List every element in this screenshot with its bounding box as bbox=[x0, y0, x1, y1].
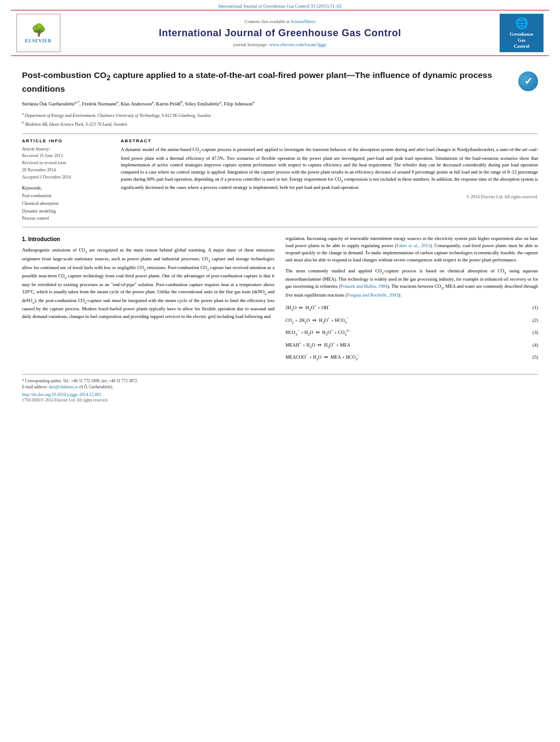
article-title-section: Post-combustion CO2 capture applied to a… bbox=[22, 69, 538, 95]
intro-left-text: Anthropogenic emissions of CO2 are recog… bbox=[22, 247, 275, 320]
intro-right-p1: regulation. Increasing capacity of renew… bbox=[285, 235, 538, 264]
eq-3-content: HCO3− + H2O ⇔ H3O+ + CO32− bbox=[285, 328, 522, 337]
footnote-section: * Corresponding author. Tel.: +46 31 772… bbox=[22, 374, 538, 403]
article-body: Post-combustion CO2 capture applied to a… bbox=[0, 56, 560, 408]
article-title: Post-combustion CO2 capture applied to a… bbox=[22, 69, 513, 95]
homepage-line: journal homepage: www.elsevier.com/locat… bbox=[66, 42, 494, 47]
article-info-heading: ARTICLE INFO bbox=[22, 138, 110, 143]
greenhouse-badge: 🌐 GreenhouseGasControl bbox=[500, 14, 544, 52]
intro-right-p2: The most commonly studied and applied CO… bbox=[285, 267, 538, 299]
keywords-list: Post-combustion Chemical absorption Dyna… bbox=[22, 192, 110, 222]
equation-row-4: MEAH+ + H2O ⇔ H3O+ + MEA (4) bbox=[285, 341, 538, 350]
equation-row-1: 2H2O ⇔ H3O+ + OH− (1) bbox=[285, 303, 538, 313]
copyright-line: © 2014 Elsevier Ltd. All rights reserved… bbox=[121, 194, 538, 199]
eq-2-content: CO2 + 2H2O ⇔ H3O+ + HCO3− bbox=[285, 316, 522, 325]
journal-header: 🌳 ELSEVIER Contents lists available at S… bbox=[11, 10, 549, 56]
intro-title: 1. Introduction bbox=[22, 235, 275, 244]
crossmark-badge: ✓ bbox=[518, 71, 538, 91]
footnote-email: E-mail address: skst@chalmers.se (S.Ó. G… bbox=[22, 384, 538, 390]
doi-link[interactable]: http://dx.doi.org/10.1016/j.ijggc.2014.1… bbox=[22, 392, 102, 397]
badge-title: GreenhouseGasControl bbox=[509, 31, 533, 49]
received-date: Received 16 June 2013 Received in revise… bbox=[22, 153, 110, 181]
keywords-section: Keywords: Post-combustion Chemical absor… bbox=[22, 185, 110, 222]
sciencedirect-link[interactable]: ScienceDirect bbox=[291, 19, 316, 24]
main-content: 1. Introduction Anthropogenic emissions … bbox=[22, 235, 538, 365]
article-info: ARTICLE INFO Article history: Received 1… bbox=[22, 138, 110, 222]
journal-citation: International Journal of Greenhouse Gas … bbox=[0, 0, 560, 10]
col-right: regulation. Increasing capacity of renew… bbox=[285, 235, 538, 365]
email-link[interactable]: skst@chalmers.se bbox=[49, 384, 79, 389]
elsevier-text: ELSEVIER bbox=[25, 38, 52, 43]
journal-homepage-link[interactable]: www.elsevier.com/locate/ijggc bbox=[269, 42, 327, 47]
history-label: Article history: bbox=[22, 146, 110, 152]
eq-5-number: (5) bbox=[522, 354, 538, 361]
page: International Journal of Greenhouse Gas … bbox=[0, 0, 560, 742]
equation-row-3: HCO3− + H2O ⇔ H3O+ + CO32− (3) bbox=[285, 328, 538, 337]
contents-line: Contents lists available at ScienceDirec… bbox=[66, 19, 494, 24]
citation-text: International Journal of Greenhouse Gas … bbox=[219, 3, 342, 9]
footnote-corresponding: * Corresponding author. Tel.: +46 31 772… bbox=[22, 378, 538, 384]
eq-1-number: (1) bbox=[522, 304, 538, 311]
keywords-label: Keywords: bbox=[22, 185, 110, 191]
tree-icon: 🌳 bbox=[31, 23, 46, 37]
info-columns: ARTICLE INFO Article history: Received 1… bbox=[22, 138, 538, 222]
col-left: 1. Introduction Anthropogenic emissions … bbox=[22, 235, 275, 365]
section-divider-2 bbox=[22, 227, 538, 227]
affiliations: a Department of Energy and Environment, … bbox=[22, 111, 538, 128]
abstract-text: A dynamic model of the amine-based CO2-c… bbox=[121, 146, 538, 191]
journal-title-center: Contents lists available at ScienceDirec… bbox=[66, 14, 494, 52]
issn-line: 1750-5836/© 2014 Elsevier Ltd. All right… bbox=[22, 398, 538, 403]
doi-line: http://dx.doi.org/10.1016/j.ijggc.2014.1… bbox=[22, 392, 538, 397]
equations-section: 2H2O ⇔ H3O+ + OH− (1) CO2 + 2H2O ⇔ H3O+ … bbox=[285, 303, 538, 362]
eq-4-content: MEAH+ + H2O ⇔ H3O+ + MEA bbox=[285, 341, 522, 350]
eq-4-number: (4) bbox=[522, 342, 538, 349]
journal-main-title: International Journal of Greenhouse Gas … bbox=[66, 27, 494, 39]
eq-1-content: 2H2O ⇔ H3O+ + OH− bbox=[285, 303, 522, 313]
elsevier-logo: 🌳 ELSEVIER bbox=[16, 14, 60, 52]
equation-row-5: MEACOO− + H2O ⇔ MEA + HCO3− (5) bbox=[285, 353, 538, 362]
section-divider bbox=[22, 133, 538, 134]
polasek-ref[interactable]: Polasek and Bullin, 1984 bbox=[340, 283, 388, 289]
faber-ref[interactable]: Faber et al., 2011 bbox=[396, 243, 430, 248]
eq-5-content: MEACOO− + H2O ⇔ MEA + HCO3− bbox=[285, 353, 522, 362]
article-abstract: ABSTRACT A dynamic model of the amine-ba… bbox=[121, 138, 538, 222]
eq-3-number: (3) bbox=[522, 329, 538, 336]
equation-row-2: CO2 + 2H2O ⇔ H3O+ + HCO3− (2) bbox=[285, 316, 538, 325]
globe-icon: 🌐 bbox=[515, 16, 529, 30]
freguia-ref[interactable]: Freguia and Rochelle, 2003 bbox=[347, 292, 399, 298]
eq-2-number: (2) bbox=[522, 317, 538, 324]
authors-line: Stefánía Ósk Garðarsdóttira,*, Fredrik N… bbox=[22, 99, 538, 108]
abstract-heading: ABSTRACT bbox=[121, 138, 538, 143]
